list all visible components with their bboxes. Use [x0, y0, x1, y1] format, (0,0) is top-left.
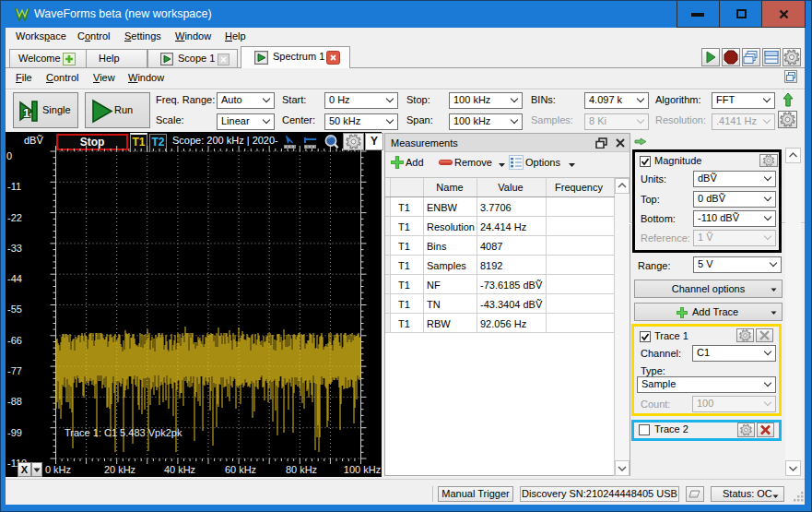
svg-text:Frequency: Frequency	[555, 182, 603, 193]
svg-text:92.056 Hz: 92.056 Hz	[480, 318, 526, 329]
svg-text:ENBW: ENBW	[427, 202, 458, 213]
svg-text:4087: 4087	[480, 241, 502, 252]
svg-text:Resolution: Resolution	[427, 221, 475, 232]
svg-text:RBW: RBW	[427, 318, 451, 329]
svg-text:24.414 Hz: 24.414 Hz	[480, 221, 526, 232]
svg-text:-73.6185 dBṼ: -73.6185 dBṼ	[480, 280, 543, 291]
svg-text:T1: T1	[398, 221, 410, 232]
svg-text:Name: Name	[436, 182, 463, 193]
svg-text:T1: T1	[398, 299, 410, 310]
svg-text:T1: T1	[398, 318, 410, 329]
svg-text:T1: T1	[398, 202, 410, 213]
svg-text:NF: NF	[427, 280, 441, 291]
svg-text:1: 1	[23, 106, 30, 120]
svg-text:T1: T1	[398, 280, 410, 291]
svg-text:TN: TN	[427, 299, 441, 310]
svg-text:8192: 8192	[480, 260, 502, 271]
svg-text:T1: T1	[398, 260, 410, 271]
svg-text:3.7706: 3.7706	[480, 202, 512, 213]
svg-text:Bins: Bins	[427, 241, 447, 252]
svg-text:T1: T1	[398, 241, 410, 252]
svg-text:-43.3404 dBṼ: -43.3404 dBṼ	[480, 299, 543, 310]
svg-text:Value: Value	[498, 182, 523, 193]
svg-text:Samples: Samples	[427, 260, 466, 271]
